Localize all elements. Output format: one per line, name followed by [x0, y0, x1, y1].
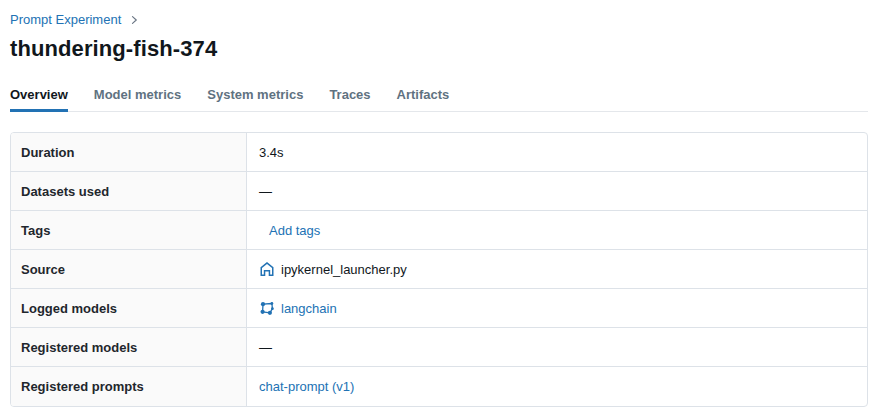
tab-model-metrics[interactable]: Model metrics: [94, 85, 181, 112]
table-row-source: Source ipykernel_launcher.py: [11, 250, 867, 289]
row-label: Datasets used: [11, 172, 247, 210]
tab-overview[interactable]: Overview: [10, 85, 68, 112]
page-title: thundering-fish-374: [10, 35, 868, 63]
table-row-tags: Tags Add tags: [11, 211, 867, 250]
duration-value: 3.4s: [259, 145, 284, 160]
breadcrumb: Prompt Experiment: [10, 12, 868, 28]
table-row-registered-models: Registered models —: [11, 328, 867, 367]
registered-models-value: —: [259, 340, 272, 355]
row-label: Duration: [11, 133, 247, 171]
tab-traces[interactable]: Traces: [329, 85, 370, 112]
row-label: Registered models: [11, 328, 247, 366]
tab-bar: Overview Model metrics System metrics Tr…: [10, 85, 868, 112]
run-overview-page: Prompt Experiment thundering-fish-374 Ov…: [0, 0, 878, 407]
table-row-duration: Duration 3.4s: [11, 133, 867, 172]
tab-artifacts[interactable]: Artifacts: [397, 85, 450, 112]
add-tags-button[interactable]: Add tags: [269, 223, 320, 238]
source-value: ipykernel_launcher.py: [281, 262, 407, 277]
table-row-logged-models: Logged models: [11, 289, 867, 328]
row-label: Logged models: [11, 289, 247, 327]
breadcrumb-experiment-link[interactable]: Prompt Experiment: [10, 12, 121, 28]
registered-prompt-link[interactable]: chat-prompt (v1): [259, 379, 354, 394]
tab-system-metrics[interactable]: System metrics: [207, 85, 303, 112]
table-row-registered-prompts: Registered prompts chat-prompt (v1): [11, 367, 867, 406]
chevron-right-icon: [128, 14, 140, 26]
table-row-datasets-used: Datasets used —: [11, 172, 867, 211]
model-graph-icon: [259, 300, 275, 316]
row-label: Source: [11, 250, 247, 288]
row-label: Registered prompts: [11, 367, 247, 406]
run-overview-table: Duration 3.4s Datasets used — Tags Add t…: [10, 132, 868, 407]
datasets-used-value: —: [259, 184, 272, 199]
logged-model-link[interactable]: langchain: [281, 301, 337, 316]
row-label: Tags: [11, 211, 247, 249]
home-icon: [259, 261, 275, 277]
